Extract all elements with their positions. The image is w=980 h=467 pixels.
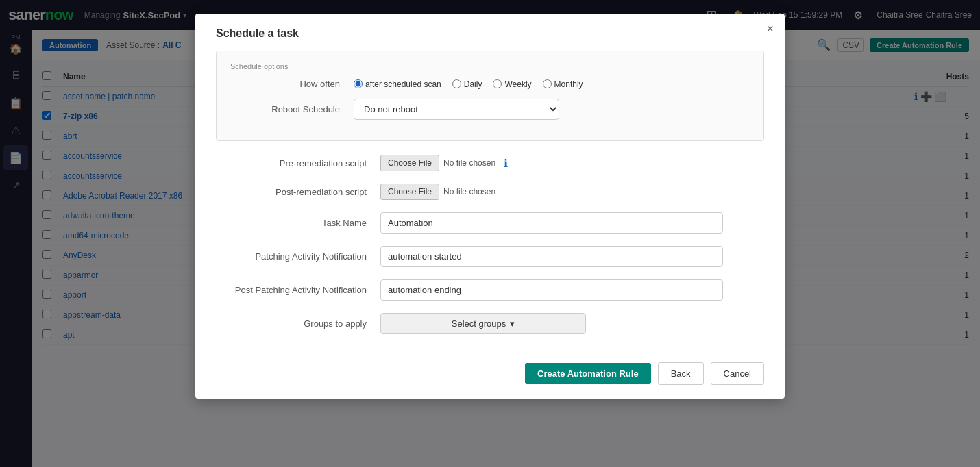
post-patching-row: Post Patching Activity Notification [216, 279, 764, 301]
post-remediation-label: Post-remediation script [216, 187, 367, 197]
radio-monthly-label: Monthly [554, 79, 583, 89]
post-patching-field [380, 279, 723, 301]
pre-choose-file-button[interactable]: Choose File [380, 155, 439, 171]
patching-notification-field [380, 246, 723, 267]
radio-daily-input[interactable] [452, 79, 461, 88]
schedule-options-box: Schedule options How often after schedul… [216, 51, 764, 141]
groups-row: Groups to apply Select groups ▾ [216, 313, 764, 334]
radio-weekly[interactable]: Weekly [493, 79, 531, 89]
task-name-input[interactable] [380, 212, 723, 233]
radio-daily-label: Daily [464, 79, 482, 89]
schedule-options-title: Schedule options [230, 62, 750, 71]
how-often-radio-group: after scheduled scan Daily Weekly Monthl… [354, 79, 583, 89]
groups-field: Select groups ▾ [380, 313, 723, 334]
how-often-label: How often [230, 79, 340, 89]
pre-remediation-field: Choose File No file chosen ℹ [380, 155, 723, 171]
radio-monthly-input[interactable] [543, 79, 552, 88]
post-patching-label: Post Patching Activity Notification [216, 285, 367, 295]
create-automation-rule-modal-button[interactable]: Create Automation Rule [525, 363, 651, 384]
pre-remediation-row: Pre-remediation script Choose File No fi… [216, 155, 764, 171]
modal-overlay: Schedule a task × Schedule options How o… [0, 0, 980, 467]
patching-notification-label: Patching Activity Notification [216, 251, 367, 262]
reboot-select[interactable]: Do not reboot Reboot immediately Reboot … [354, 99, 559, 120]
post-remediation-row: Post-remediation script Choose File No f… [216, 184, 764, 200]
radio-after-scheduled-scan-input[interactable] [354, 79, 363, 88]
groups-label: Groups to apply [216, 318, 367, 329]
modal-footer: Create Automation Rule Back Cancel [216, 351, 764, 385]
pre-no-file-label: No file chosen [443, 158, 495, 168]
schedule-modal: Schedule a task × Schedule options How o… [195, 14, 785, 399]
task-name-row: Task Name [216, 212, 764, 233]
pre-remediation-label: Pre-remediation script [216, 158, 367, 168]
post-patching-input[interactable] [380, 279, 723, 301]
pre-file-row: Choose File No file chosen ℹ [380, 155, 723, 171]
radio-after-scheduled-scan-label: after scheduled scan [365, 79, 441, 89]
patching-notification-row: Patching Activity Notification [216, 246, 764, 267]
reboot-schedule-row: Reboot Schedule Do not reboot Reboot imm… [230, 99, 750, 120]
how-often-row: How often after scheduled scan Daily Wee… [230, 79, 750, 89]
post-remediation-field: Choose File No file chosen [380, 184, 723, 200]
radio-monthly[interactable]: Monthly [543, 79, 583, 89]
select-groups-button[interactable]: Select groups ▾ [380, 313, 586, 334]
post-choose-file-button[interactable]: Choose File [380, 184, 439, 200]
back-button[interactable]: Back [658, 362, 704, 385]
modal-close-button[interactable]: × [766, 22, 774, 36]
radio-weekly-input[interactable] [493, 79, 502, 88]
radio-daily[interactable]: Daily [452, 79, 482, 89]
post-file-row: Choose File No file chosen [380, 184, 723, 200]
patching-notification-input[interactable] [380, 246, 723, 267]
radio-weekly-label: Weekly [504, 79, 531, 89]
groups-chevron-icon: ▾ [510, 318, 515, 329]
select-groups-label: Select groups [452, 318, 506, 329]
pre-info-icon[interactable]: ℹ [504, 157, 508, 170]
cancel-button[interactable]: Cancel [711, 362, 764, 385]
modal-title: Schedule a task [216, 27, 764, 40]
radio-after-scheduled-scan[interactable]: after scheduled scan [354, 79, 441, 89]
task-name-label: Task Name [216, 218, 367, 228]
post-no-file-label: No file chosen [443, 187, 495, 197]
task-name-field [380, 212, 723, 233]
reboot-label: Reboot Schedule [230, 104, 340, 114]
